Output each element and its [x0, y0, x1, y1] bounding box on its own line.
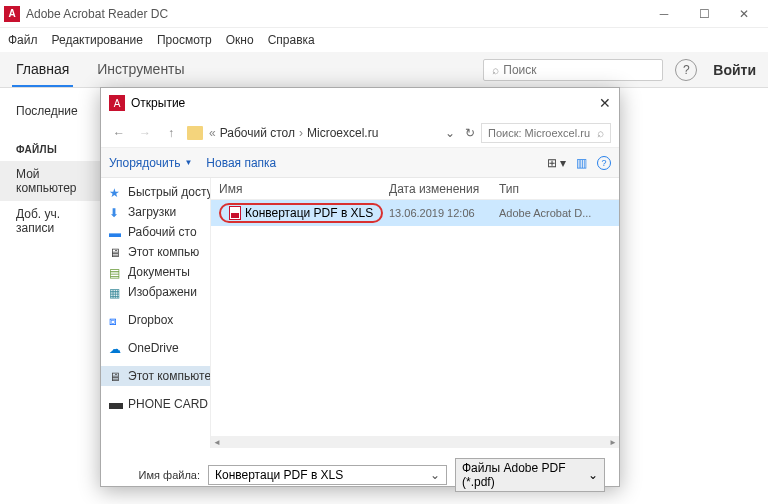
file-date: 13.06.2019 12:06: [389, 207, 499, 219]
horizontal-scrollbar[interactable]: [211, 436, 619, 448]
signin-button[interactable]: Войти: [713, 62, 756, 78]
file-name-text: Конвертаци PDF в XLS: [245, 206, 373, 220]
pdf-icon: [229, 206, 241, 220]
dialog-search[interactable]: ⌕: [481, 123, 611, 143]
menu-file[interactable]: Файл: [8, 33, 38, 47]
sidebar-files-header: ФАЙЛЫ: [0, 138, 100, 161]
menu-view[interactable]: Просмотр: [157, 33, 212, 47]
newfolder-button[interactable]: Новая папка: [206, 156, 276, 170]
folder-icon: [187, 126, 203, 140]
drive-icon: [109, 403, 123, 409]
dialog-nav: ← → ↑ « Рабочий стол › Microexcel.ru ⌄ ↻…: [101, 118, 619, 148]
nav-downloads[interactable]: ⬇Загрузки: [101, 202, 210, 222]
dialog-close-button[interactable]: ✕: [599, 95, 611, 111]
organize-button[interactable]: Упорядочить▼: [109, 156, 192, 170]
app-title: Adobe Acrobat Reader DC: [26, 7, 168, 21]
dialog-logo-icon: A: [109, 95, 125, 111]
documents-icon: ▤: [109, 266, 123, 278]
star-icon: ★: [109, 186, 123, 198]
refresh-icon[interactable]: ↻: [465, 126, 475, 140]
nav-thispc-pin[interactable]: 🖥Этот компью: [101, 242, 210, 262]
crumb-desktop[interactable]: Рабочий стол: [220, 126, 295, 140]
tab-home[interactable]: Главная: [12, 53, 73, 87]
dialog-nav-tree: ★Быстрый доступ ⬇Загрузки ▬Рабочий сто 🖥…: [101, 178, 211, 448]
nav-desktop[interactable]: ▬Рабочий сто: [101, 222, 210, 242]
maximize-button[interactable]: ☐: [684, 0, 724, 28]
dialog-search-input[interactable]: [488, 127, 597, 139]
menu-edit[interactable]: Редактирование: [52, 33, 143, 47]
nav-forward-button[interactable]: →: [135, 126, 155, 140]
tabbar: Главная Инструменты ⌕ ? Войти: [0, 52, 768, 88]
file-type: Adobe Acrobat D...: [499, 207, 591, 219]
help-icon[interactable]: ?: [597, 156, 611, 170]
nav-documents[interactable]: ▤Документы: [101, 262, 210, 282]
breadcrumb[interactable]: « Рабочий стол › Microexcel.ru ⌄ ↻: [209, 126, 475, 140]
pc-icon: 🖥: [109, 246, 123, 258]
nav-images[interactable]: ▦Изображени: [101, 282, 210, 302]
crumb-folder[interactable]: Microexcel.ru: [307, 126, 378, 140]
menubar: Файл Редактирование Просмотр Окно Справк…: [0, 28, 768, 52]
filename-input[interactable]: Конвертаци PDF в XLS⌄: [208, 465, 447, 485]
filetype-filter[interactable]: Файлы Adobe PDF (*.pdf)⌄: [455, 458, 605, 492]
nav-up-button[interactable]: ↑: [161, 126, 181, 140]
preview-pane-button[interactable]: ▥: [576, 156, 587, 170]
onedrive-icon: ☁: [109, 342, 123, 354]
close-button[interactable]: ✕: [724, 0, 764, 28]
nav-thispc[interactable]: 🖥Этот компьютер: [101, 366, 210, 386]
dialog-footer: Имя файла: Конвертаци PDF в XLS⌄ Файлы A…: [101, 448, 619, 504]
desktop-icon: ▬: [109, 226, 123, 238]
app-logo-icon: A: [4, 6, 20, 22]
filename-label: Имя файла:: [115, 469, 200, 481]
titlebar: A Adobe Acrobat Reader DC ─ ☐ ✕: [0, 0, 768, 28]
dialog-toolbar: Упорядочить▼ Новая папка ⊞ ▾ ▥ ?: [101, 148, 619, 178]
pc-icon: 🖥: [109, 370, 123, 382]
file-row[interactable]: Конвертаци PDF в XLS 13.06.2019 12:06 Ad…: [211, 200, 619, 226]
app-sidebar: Последние ФАЙЛЫ Мой компьютер Доб. уч. з…: [0, 88, 100, 251]
sidebar-mycomputer[interactable]: Мой компьютер: [0, 161, 100, 201]
view-options-button[interactable]: ⊞ ▾: [547, 156, 566, 170]
search-input[interactable]: [503, 63, 654, 77]
file-name-highlight: Конвертаци PDF в XLS: [219, 203, 383, 223]
minimize-button[interactable]: ─: [644, 0, 684, 28]
col-date[interactable]: Дата изменения: [389, 182, 499, 196]
menu-window[interactable]: Окно: [226, 33, 254, 47]
file-list-header: Имя Дата изменения Тип: [211, 178, 619, 200]
sidebar-recent[interactable]: Последние: [0, 98, 100, 124]
download-icon: ⬇: [109, 206, 123, 218]
col-name[interactable]: Имя: [219, 182, 389, 196]
col-type[interactable]: Тип: [499, 182, 519, 196]
open-dialog: A Открытие ✕ ← → ↑ « Рабочий стол › Micr…: [100, 87, 620, 487]
nav-back-button[interactable]: ←: [109, 126, 129, 140]
nav-onedrive[interactable]: ☁OneDrive: [101, 338, 210, 358]
nav-quickaccess[interactable]: ★Быстрый доступ: [101, 182, 210, 202]
menu-help[interactable]: Справка: [268, 33, 315, 47]
search-icon: ⌕: [597, 126, 604, 140]
dialog-title: Открытие: [131, 96, 185, 110]
tab-tools[interactable]: Инструменты: [93, 53, 188, 87]
images-icon: ▦: [109, 286, 123, 298]
nav-dropbox[interactable]: ⧈Dropbox: [101, 310, 210, 330]
help-button[interactable]: ?: [675, 59, 697, 81]
dialog-titlebar: A Открытие ✕: [101, 88, 619, 118]
search-icon: ⌕: [492, 63, 499, 77]
dropbox-icon: ⧈: [109, 314, 123, 326]
nav-phonecard[interactable]: PHONE CARD (E:): [101, 394, 210, 414]
file-list: Имя Дата изменения Тип Конвертаци PDF в …: [211, 178, 619, 448]
sidebar-addaccount[interactable]: Доб. уч. записи: [0, 201, 100, 241]
search-box[interactable]: ⌕: [483, 59, 663, 81]
